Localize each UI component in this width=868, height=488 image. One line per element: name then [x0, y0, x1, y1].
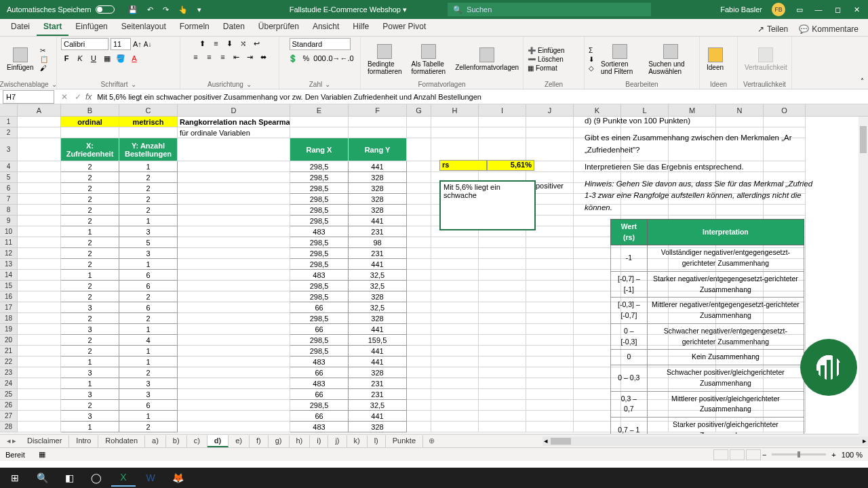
cell[interactable] [178, 194, 290, 205]
cell[interactable]: 483 [290, 270, 349, 281]
col-header[interactable]: A [18, 104, 61, 116]
cell[interactable] [526, 237, 574, 248]
col-header[interactable]: B [61, 104, 119, 116]
cell[interactable]: 6 [119, 302, 178, 313]
grow-font-icon[interactable]: A↑ [133, 40, 142, 48]
cell[interactable]: 1 [119, 357, 178, 367]
name-box[interactable]: H7 [3, 90, 54, 104]
cell[interactable]: 1 [119, 259, 178, 270]
cell[interactable] [407, 194, 431, 205]
row-header[interactable]: 22 [0, 357, 18, 367]
cell[interactable]: 298,5 [290, 183, 349, 194]
start-button[interactable]: ⊞ [3, 469, 27, 487]
cell[interactable] [407, 237, 431, 248]
cell[interactable] [431, 138, 479, 161]
cell[interactable]: 231 [349, 378, 407, 389]
cell[interactable]: 3 [61, 324, 119, 335]
row-header[interactable]: 20 [0, 335, 18, 346]
tab-power pivot[interactable]: Power Pivot [376, 18, 433, 36]
sheet-tab[interactable]: g) [269, 435, 290, 447]
cell[interactable]: 1 [119, 346, 178, 357]
cell[interactable] [526, 127, 574, 138]
page-layout-view-icon[interactable] [730, 449, 745, 460]
cell[interactable]: 1 [61, 226, 119, 237]
cell[interactable] [178, 335, 290, 346]
col-header[interactable]: C [119, 104, 178, 116]
currency-icon[interactable]: 💲 [288, 53, 298, 64]
cell[interactable] [431, 270, 479, 281]
cell[interactable] [18, 117, 61, 127]
cell[interactable] [178, 183, 290, 194]
align-top-icon[interactable]: ⬆ [197, 38, 208, 49]
cell[interactable]: 298,5 [290, 259, 349, 270]
cell[interactable] [407, 226, 431, 237]
cell[interactable] [18, 324, 61, 335]
cell[interactable] [178, 378, 290, 389]
cell[interactable]: 3 [61, 411, 119, 422]
row-header[interactable]: 3 [0, 138, 18, 161]
cell[interactable]: 2 [119, 183, 178, 194]
row-header[interactable]: 1 [0, 117, 18, 127]
cell[interactable]: 483 [290, 226, 349, 237]
cut-icon[interactable]: ✂ [40, 47, 48, 54]
cell[interactable] [479, 411, 526, 422]
cell[interactable] [407, 183, 431, 194]
horizontal-scrollbar[interactable]: ◂▸ [542, 436, 868, 446]
cell[interactable] [479, 400, 526, 411]
decrease-decimal-icon[interactable]: ←.0 [342, 53, 353, 64]
tab-seitenlayout[interactable]: Seitenlayout [115, 18, 173, 36]
cell[interactable] [479, 422, 526, 432]
cell[interactable] [407, 270, 431, 281]
excel-taskbar-icon[interactable]: X [111, 469, 136, 487]
copy-icon[interactable]: 📋 [40, 56, 48, 63]
row-header[interactable]: 2 [0, 127, 18, 138]
cell[interactable] [407, 378, 431, 389]
sheet-tab[interactable]: Disclaimer [20, 435, 69, 447]
cell[interactable] [178, 313, 290, 324]
cell[interactable] [18, 183, 61, 194]
document-title[interactable]: Fallstudie E-Commerce Webshop ▾ [290, 5, 407, 14]
cell[interactable] [18, 270, 61, 281]
cell[interactable]: 441 [349, 259, 407, 270]
cell[interactable] [407, 411, 431, 422]
cell[interactable] [431, 127, 479, 138]
cell[interactable]: 2 [61, 205, 119, 216]
cell[interactable] [479, 335, 526, 346]
cancel-formula-icon[interactable]: ✕ [61, 92, 68, 102]
cell[interactable]: 2 [61, 237, 119, 248]
cell[interactable]: 328 [349, 422, 407, 432]
cell[interactable]: 6 [119, 281, 178, 291]
row-header[interactable]: 13 [0, 259, 18, 270]
cell[interactable] [178, 400, 290, 411]
cell[interactable] [407, 313, 431, 324]
cell[interactable] [526, 378, 574, 389]
cell[interactable] [431, 291, 479, 302]
cell[interactable]: 159,5 [349, 335, 407, 346]
cell[interactable] [526, 248, 574, 259]
cell[interactable] [18, 346, 61, 357]
touch-icon[interactable]: 👆 [178, 5, 188, 14]
row-header[interactable]: 17 [0, 302, 18, 313]
cell[interactable]: 1 [61, 357, 119, 367]
cell[interactable]: 2 [61, 194, 119, 205]
cell[interactable]: 2 [61, 291, 119, 302]
cell[interactable]: 328 [349, 291, 407, 302]
cell[interactable] [407, 205, 431, 216]
cell[interactable]: 98 [349, 237, 407, 248]
cell[interactable]: 3 [119, 226, 178, 237]
ideas-button[interactable]: Ideen [704, 46, 726, 73]
cell[interactable]: 1 [119, 411, 178, 422]
cell[interactable] [18, 248, 61, 259]
cell[interactable] [431, 378, 479, 389]
row-header[interactable]: 14 [0, 270, 18, 281]
col-header[interactable]: J [526, 104, 574, 116]
cell[interactable]: 441 [349, 357, 407, 367]
cell[interactable]: 1 [119, 324, 178, 335]
cell[interactable] [526, 400, 574, 411]
cell[interactable] [526, 302, 574, 313]
cell[interactable]: 2 [119, 205, 178, 216]
cell[interactable] [431, 422, 479, 432]
cell[interactable] [349, 127, 407, 138]
vertical-scrollbar[interactable] [859, 117, 868, 438]
col-header[interactable]: N [716, 104, 764, 116]
